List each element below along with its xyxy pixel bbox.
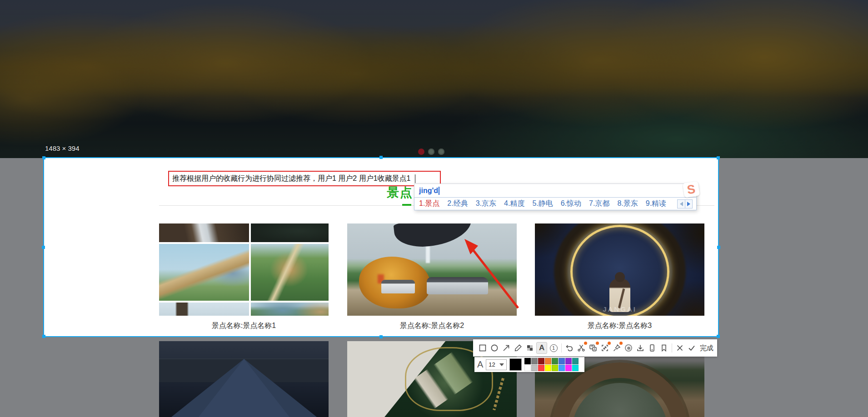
notification-dot <box>608 342 611 345</box>
resize-handle-n[interactable] <box>379 156 383 159</box>
parked-minivan <box>427 277 488 295</box>
ime-pager[interactable] <box>677 199 693 208</box>
color-palette[interactable] <box>524 358 579 371</box>
notification-dot <box>596 342 599 345</box>
resize-handle-s[interactable] <box>379 335 383 338</box>
collage-tile <box>159 303 249 316</box>
louvre-pyramid-highlight <box>199 359 289 417</box>
spot-photo-greatwall-collage[interactable] <box>159 223 329 316</box>
color-swatch[interactable] <box>552 358 558 364</box>
photo-watermark: JANGAI <box>603 305 637 313</box>
text-tool-icon[interactable]: A <box>536 342 547 354</box>
color-swatch[interactable] <box>524 358 531 364</box>
artwork-gold-chain <box>493 378 504 411</box>
color-swatch[interactable] <box>559 358 565 364</box>
carousel-dot-active[interactable] <box>418 149 424 155</box>
color-swatch[interactable] <box>531 358 538 364</box>
current-color-swatch[interactable] <box>509 358 522 371</box>
color-swatch[interactable] <box>524 365 531 371</box>
send-to-phone-icon[interactable] <box>647 342 658 354</box>
spot-card-3[interactable]: JANGAI 景点名称:景点名称3 <box>535 223 704 331</box>
resize-handle-w[interactable] <box>42 246 45 249</box>
ime-candidate-window[interactable]: jing'd 1.景点 2.经典 3.京东 4.精度 5.静电 6.惊动 7.京… <box>414 184 697 210</box>
ime-candidate-8[interactable]: 8.景东 <box>617 199 638 208</box>
floating-teapot <box>394 223 474 250</box>
spot-photo-teapot-fountain[interactable] <box>347 223 517 316</box>
resize-handle-se[interactable] <box>717 335 720 338</box>
resize-handle-ne[interactable] <box>717 156 720 159</box>
spot-card-1[interactable]: 景点名称:景点名称1 <box>159 223 329 331</box>
annotation-text: 推荐根据用户的收藏行为进行协同过滤推荐，用户1 用户2 用户1收藏景点1 <box>172 174 410 184</box>
ime-page-prev-icon[interactable] <box>678 200 685 208</box>
text-tool-options-bar[interactable]: A 12 <box>474 357 584 372</box>
extract-resize-icon[interactable] <box>599 342 610 354</box>
heading-accent-underline <box>402 204 411 206</box>
mosaic-tool-icon[interactable] <box>524 342 535 354</box>
svg-text:A: A <box>594 348 596 351</box>
translate-icon[interactable]: A <box>588 342 599 354</box>
red-annotation-textbox[interactable]: 推荐根据用户的收藏行为进行协同过滤推荐，用户1 用户2 用户1收藏景点1 <box>168 171 441 186</box>
ime-candidate-9[interactable]: 9.精读 <box>646 199 666 208</box>
color-swatch[interactable] <box>572 358 579 364</box>
collage-tile <box>251 223 329 242</box>
ime-candidate-6[interactable]: 6.惊动 <box>561 199 581 208</box>
record-icon[interactable] <box>623 342 634 354</box>
color-swatch[interactable] <box>565 358 572 364</box>
carousel-dot[interactable] <box>438 149 444 155</box>
ocr-scissors-icon[interactable] <box>576 342 587 354</box>
screenshot-toolbar[interactable]: A 1 A 完成 <box>473 339 717 357</box>
spot-caption: 景点名称:景点名称1 <box>159 321 329 331</box>
spot-caption: 景点名称:景点名称3 <box>535 321 704 331</box>
color-swatch[interactable] <box>545 365 551 371</box>
ellipse-tool-icon[interactable] <box>489 342 500 354</box>
ime-candidate-5[interactable]: 5.静电 <box>532 199 553 208</box>
ime-candidate-7[interactable]: 7.京都 <box>589 199 609 208</box>
color-swatch[interactable] <box>559 365 565 371</box>
close-icon[interactable] <box>674 342 685 354</box>
done-button[interactable]: 完成 <box>700 344 713 352</box>
color-swatch[interactable] <box>552 365 558 371</box>
undo-icon[interactable] <box>564 342 575 354</box>
resize-handle-e[interactable] <box>717 246 720 249</box>
font-style-icon[interactable]: A <box>477 359 483 370</box>
spot-caption: 景点名称:景点名称2 <box>347 321 517 331</box>
ime-candidate-2[interactable]: 2.经典 <box>447 199 468 208</box>
resize-handle-nw[interactable] <box>42 156 45 159</box>
color-swatch[interactable] <box>565 365 572 371</box>
hero-carousel-image: 1483 × 394 <box>0 0 868 158</box>
color-swatch[interactable] <box>572 365 579 371</box>
step-number-tool-icon[interactable]: 1 <box>548 342 559 354</box>
ime-candidate-4[interactable]: 4.精度 <box>504 199 524 208</box>
pin-icon[interactable] <box>611 342 622 354</box>
spot-photo-night-light-ring[interactable]: JANGAI <box>535 223 704 316</box>
font-size-select[interactable]: 12 <box>486 359 507 370</box>
resize-handle-sw[interactable] <box>42 335 45 338</box>
chevron-down-icon <box>499 363 504 366</box>
color-swatch[interactable] <box>538 358 544 364</box>
sogou-ime-logo-icon[interactable]: S <box>683 181 700 198</box>
ime-composition-row[interactable]: jing'd <box>414 184 696 197</box>
color-swatch[interactable] <box>545 358 551 364</box>
screenshot-annotation-screen: { "selection": { "dimension_label": "148… <box>0 0 868 417</box>
confirm-check-icon[interactable] <box>686 342 697 354</box>
color-swatch[interactable] <box>538 365 544 371</box>
bookmark-icon[interactable] <box>658 342 669 354</box>
carousel-dot[interactable] <box>428 149 434 155</box>
color-swatch[interactable] <box>531 365 538 371</box>
spot-card-2[interactable]: 景点名称:景点名称2 <box>347 223 517 331</box>
section-heading: 景点 <box>387 184 413 201</box>
pen-tool-icon[interactable] <box>513 342 524 354</box>
collage-tile <box>251 303 329 316</box>
toolbar-separator <box>561 343 562 352</box>
photo-louvre-pyramid <box>159 341 329 417</box>
rectangle-tool-icon[interactable] <box>477 342 488 354</box>
carousel-dots[interactable] <box>418 149 444 155</box>
collage-tile <box>159 244 249 301</box>
arrow-tool-icon[interactable] <box>501 342 512 354</box>
ime-page-next-icon[interactable] <box>685 200 692 208</box>
download-icon[interactable] <box>635 342 646 354</box>
ime-candidate-3[interactable]: 3.京东 <box>476 199 496 208</box>
selection-dimension-label: 1483 × 394 <box>45 144 80 152</box>
ime-candidates-row[interactable]: 1.景点 2.经典 3.京东 4.精度 5.静电 6.惊动 7.京都 8.景东 … <box>414 197 697 210</box>
ime-candidate-1[interactable]: 1.景点 <box>419 199 439 208</box>
